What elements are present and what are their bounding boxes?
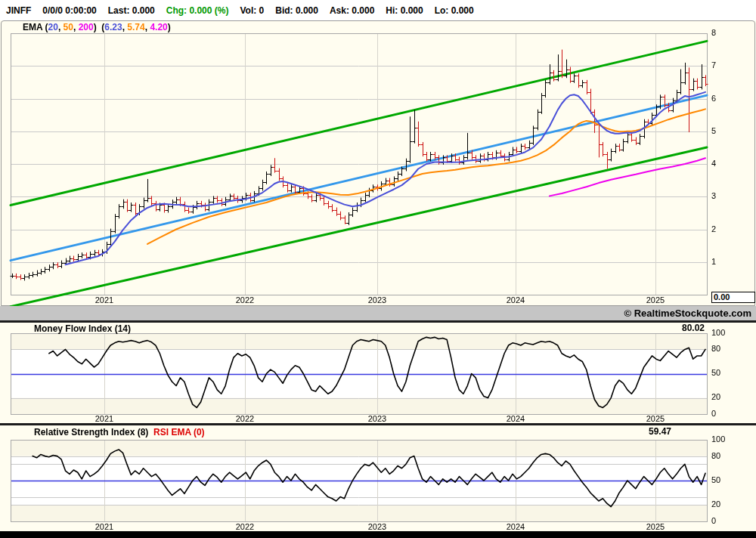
price-axis-label-5: 5 xyxy=(711,126,716,135)
ema200-value: 4.20 xyxy=(150,22,167,32)
ema200-period: 200 xyxy=(79,22,94,32)
mfi-axis-label-50: 50 xyxy=(711,368,720,377)
mfi-axis-label-0: 0 xyxy=(711,409,716,418)
main-x-label-2023: 2023 xyxy=(362,295,392,305)
price-chart-canvas xyxy=(0,20,756,306)
price-axis-label-3: 3 xyxy=(711,191,716,200)
ema20-period: 20 xyxy=(48,22,58,32)
ema20-value: 6.23 xyxy=(104,22,122,32)
quote-bar: JINFF 0/0/0 0:00:00 Last: 0.000 Chg: 0.0… xyxy=(0,0,756,20)
main-x-label-2021: 2021 xyxy=(89,295,119,305)
volume-label: Vol: 0 xyxy=(240,5,264,16)
price-axis-label-7: 7 xyxy=(711,60,716,70)
mfi-x-label-2023: 2023 xyxy=(362,414,392,423)
price-axis-label-4: 4 xyxy=(711,159,716,168)
rsi-ema-label: RSI EMA (0) xyxy=(153,427,205,438)
price-axis-label-2: 2 xyxy=(711,224,716,233)
rsi-axis-label-80: 80 xyxy=(711,451,720,460)
rsi-x-label-2021: 2021 xyxy=(89,522,119,531)
rsi-axis-label-100: 100 xyxy=(711,434,725,444)
rsi-axis-label-20: 20 xyxy=(711,499,720,509)
mfi-title: Money Flow Index (14) xyxy=(34,323,131,334)
watermark-strip: © RealtimeStockquote.com xyxy=(0,306,756,320)
rsi-x-label-2022: 2022 xyxy=(230,522,260,531)
rsi-axis-label-0: 0 xyxy=(711,516,716,525)
bid-label: Bid: 0.000 xyxy=(275,5,318,16)
main-x-label-2022: 2022 xyxy=(230,295,260,305)
low-label: Lo: 0.000 xyxy=(435,5,474,16)
watermark-text: © RealtimeStockquote.com xyxy=(624,308,751,319)
symbol-label: JINFF xyxy=(6,5,31,16)
rsi-chart-canvas xyxy=(0,425,756,531)
price-axis-label-1: 1 xyxy=(711,257,716,266)
mfi-x-label-2025: 2025 xyxy=(640,414,671,423)
mfi-axis-label-80: 80 xyxy=(711,344,720,353)
chart-page: JINFF 0/0/0 0:00:00 Last: 0.000 Chg: 0.0… xyxy=(0,0,756,538)
ema50-value: 5.74 xyxy=(127,22,144,32)
price-axis-label-8: 8 xyxy=(711,28,716,37)
mfi-x-label-2021: 2021 xyxy=(89,414,119,423)
mfi-chart-canvas xyxy=(0,323,756,423)
mfi-x-label-2022: 2022 xyxy=(230,414,260,423)
mfi-axis-label-20: 20 xyxy=(711,392,720,401)
rsi-current-value: 59.47 xyxy=(649,426,671,437)
rsi-x-label-2025: 2025 xyxy=(640,522,671,531)
main-x-label-2025: 2025 xyxy=(640,295,671,305)
last-label: Last: 0.000 xyxy=(108,5,155,16)
main-x-label-2024: 2024 xyxy=(500,295,531,305)
ask-label: Ask: 0.000 xyxy=(330,5,374,16)
ema50-period: 50 xyxy=(64,22,73,32)
rsi-axis-label-50: 50 xyxy=(711,475,720,484)
change-label: Chg: 0.000 (%) xyxy=(166,5,229,16)
high-label: Hi: 0.000 xyxy=(386,5,423,16)
mfi-current-value: 80.02 xyxy=(682,323,705,333)
rsi-x-label-2024: 2024 xyxy=(500,522,531,531)
last-price-box: 0.00 xyxy=(711,292,755,303)
ema-legend-prefix: EMA ( xyxy=(23,22,48,32)
rsi-x-label-2023: 2023 xyxy=(362,522,392,531)
rsi-title: Relative Strength Index (8) RSI EMA (0) xyxy=(34,427,205,438)
ema-legend: EMA (20, 50, 200) (6.23, 5.74, 4.20) xyxy=(23,22,171,32)
mfi-axis-label-100: 100 xyxy=(711,328,725,337)
datetime-label: 0/0/0 0:00:00 xyxy=(42,5,96,16)
price-axis-label-6: 6 xyxy=(711,94,716,103)
bottom-bar xyxy=(0,531,756,538)
mfi-x-label-2024: 2024 xyxy=(500,414,531,423)
